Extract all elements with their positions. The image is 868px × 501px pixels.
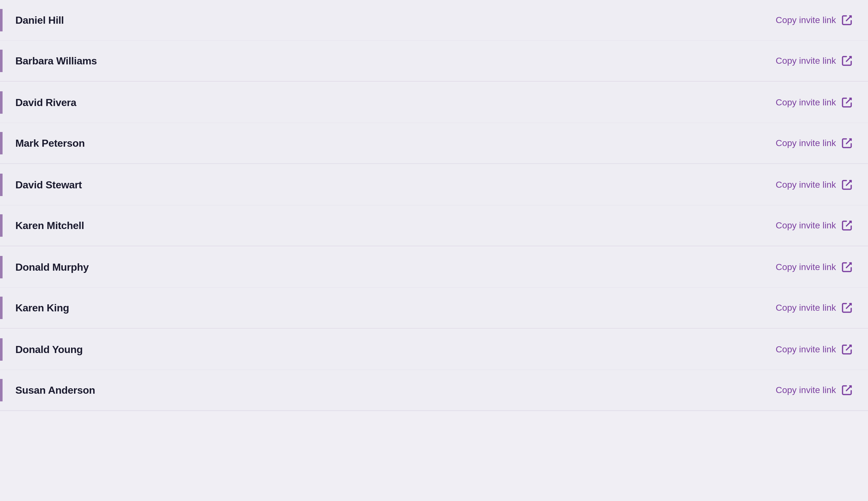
list-item: Mark PetersonCopy invite link: [0, 123, 868, 163]
group-border-indicator: [0, 256, 2, 278]
list-item: Barbara WilliamsCopy invite link: [0, 41, 868, 81]
group-border-indicator: [0, 50, 2, 72]
external-link-icon: [841, 262, 853, 273]
list-item: Karen MitchellCopy invite link: [0, 205, 868, 246]
group-border-indicator: [0, 174, 2, 196]
list-item: Karen KingCopy invite link: [0, 288, 868, 328]
external-link-icon: [841, 55, 853, 67]
copy-invite-label: Copy invite link: [776, 220, 836, 231]
copy-invite-button[interactable]: Copy invite link: [776, 262, 853, 273]
group-3: David StewartCopy invite link Karen Mitc…: [0, 165, 868, 246]
person-name: Mark Peterson: [15, 137, 776, 149]
external-link-icon: [841, 220, 853, 231]
external-link-icon: [841, 97, 853, 108]
external-link-icon: [841, 344, 853, 355]
group-1: Daniel HillCopy invite link Barbara Will…: [0, 0, 868, 82]
list-item: Daniel HillCopy invite link: [0, 0, 868, 41]
external-link-icon: [841, 137, 853, 149]
copy-invite-label: Copy invite link: [776, 15, 836, 25]
group-2: David RiveraCopy invite link Mark Peters…: [0, 82, 868, 164]
person-name: Daniel Hill: [15, 14, 776, 26]
external-link-icon: [841, 384, 853, 396]
copy-invite-button[interactable]: Copy invite link: [776, 55, 853, 67]
group-border-indicator: [0, 91, 2, 114]
copy-invite-button[interactable]: Copy invite link: [776, 302, 853, 313]
copy-invite-label: Copy invite link: [776, 97, 836, 108]
group-border-indicator: [0, 297, 2, 319]
external-link-icon: [841, 302, 853, 313]
person-name: Karen King: [15, 302, 776, 314]
group-border-indicator: [0, 379, 2, 401]
group-border-indicator: [0, 9, 2, 31]
copy-invite-button[interactable]: Copy invite link: [776, 14, 853, 26]
list-item: Susan AndersonCopy invite link: [0, 370, 868, 411]
copy-invite-button[interactable]: Copy invite link: [776, 344, 853, 355]
group-border-indicator: [0, 132, 2, 154]
list-item: David RiveraCopy invite link: [0, 82, 868, 123]
person-name: David Rivera: [15, 97, 776, 109]
copy-invite-label: Copy invite link: [776, 344, 836, 355]
person-name: Susan Anderson: [15, 384, 776, 396]
group-border-indicator: [0, 338, 2, 361]
person-name: David Stewart: [15, 179, 776, 191]
external-link-icon: [841, 14, 853, 26]
copy-invite-label: Copy invite link: [776, 262, 836, 272]
copy-invite-button[interactable]: Copy invite link: [776, 179, 853, 191]
person-name: Barbara Williams: [15, 55, 776, 67]
copy-invite-label: Copy invite link: [776, 138, 836, 148]
list-item: David StewartCopy invite link: [0, 165, 868, 205]
copy-invite-label: Copy invite link: [776, 385, 836, 395]
person-name: Karen Mitchell: [15, 220, 776, 232]
group-4: Donald MurphyCopy invite link Karen King…: [0, 247, 868, 329]
group-border-indicator: [0, 214, 2, 237]
copy-invite-button[interactable]: Copy invite link: [776, 220, 853, 231]
list-item: Donald YoungCopy invite link: [0, 329, 868, 370]
copy-invite-label: Copy invite link: [776, 56, 836, 66]
invite-list: Daniel HillCopy invite link Barbara Will…: [0, 0, 868, 411]
list-item: Donald MurphyCopy invite link: [0, 247, 868, 288]
external-link-icon: [841, 179, 853, 191]
copy-invite-label: Copy invite link: [776, 303, 836, 313]
copy-invite-button[interactable]: Copy invite link: [776, 97, 853, 108]
copy-invite-button[interactable]: Copy invite link: [776, 384, 853, 396]
copy-invite-button[interactable]: Copy invite link: [776, 137, 853, 149]
person-name: Donald Young: [15, 344, 776, 355]
person-name: Donald Murphy: [15, 262, 776, 273]
copy-invite-label: Copy invite link: [776, 180, 836, 190]
group-5: Donald YoungCopy invite link Susan Ander…: [0, 329, 868, 411]
